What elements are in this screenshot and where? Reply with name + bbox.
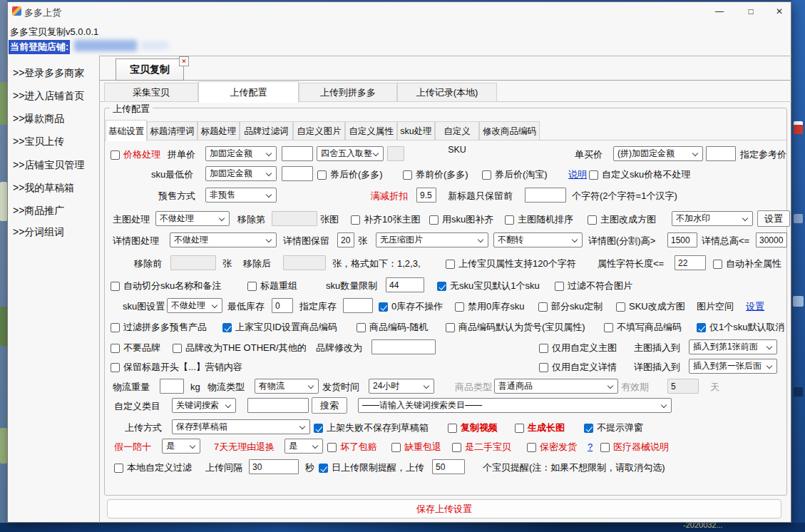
title-keep-input[interactable] <box>525 188 566 203</box>
checkbox-icon[interactable] <box>515 424 524 433</box>
checkbox-icon[interactable] <box>429 215 439 225</box>
medical-device-checkbox[interactable]: 医疗器械说明 <box>600 441 669 454</box>
title-recombine-checkbox[interactable]: 标题重组 <box>247 280 297 292</box>
attr-120-chars-checkbox[interactable]: 上传宝贝属性支持120个字符 <box>446 257 576 270</box>
keep-title-head-checkbox[interactable]: 保留标题开头【...】营销内容 <box>111 361 242 374</box>
daily-limit-checkbox[interactable]: 日上传限制提醒，上传 <box>319 461 424 474</box>
attr-length-input[interactable] <box>675 255 706 270</box>
category-keyword-input[interactable] <box>247 398 309 413</box>
weight-input[interactable] <box>160 379 184 394</box>
coupon-after-tb-checkbox[interactable]: 券后价(淘宝) <box>482 168 548 181</box>
logistics-type-select[interactable]: 有物流 <box>255 379 319 394</box>
doc-tab-close-icon[interactable]: ✕ <box>179 56 189 66</box>
sidebar-item-store-home[interactable]: >>进入店铺首页 <box>13 90 84 103</box>
category-result-select[interactable]: ——请输入关键词搜索类目—— <box>358 398 672 413</box>
subtab-title-process[interactable]: 标题处理 <box>198 121 240 140</box>
checkbox-icon[interactable] <box>314 424 323 433</box>
tab-collect[interactable]: 采集宝贝 <box>104 83 198 102</box>
fill-10-images-checkbox[interactable]: 补齐10张主图 <box>351 213 420 226</box>
seven-day-return-select[interactable]: 是 <box>284 439 323 454</box>
detail-keep-input[interactable] <box>337 232 354 247</box>
brand-modify-input[interactable] <box>371 339 436 354</box>
daily-limit-input[interactable] <box>432 459 465 474</box>
sidebar-item-upload[interactable]: >>宝贝上传 <box>13 135 64 148</box>
copy-video-checkbox[interactable]: 复制视频 <box>448 421 498 434</box>
custom-main-only-checkbox[interactable]: 仅用自定义主图 <box>539 342 617 354</box>
checkbox-icon[interactable] <box>539 344 548 353</box>
subtab-custom-attr[interactable]: 自定义属性 <box>345 121 397 140</box>
confidential-help-link[interactable]: ? <box>588 441 593 454</box>
checkbox-icon[interactable] <box>351 215 360 225</box>
subtab-basic[interactable]: 基础设置 <box>106 120 147 141</box>
coupon-before-pdd-checkbox[interactable]: 券前价(多多) <box>403 168 468 181</box>
sidebar-item-login[interactable]: >>登录多多商家 <box>13 67 84 80</box>
checkbox-icon[interactable] <box>173 344 182 353</box>
presale-mode-select[interactable]: 非预售 <box>205 188 277 203</box>
coupon-after-pdd-checkbox[interactable]: 券后价(多多) <box>317 168 383 181</box>
code-as-item-number-checkbox[interactable]: 商品编码默认为货号(宝贝属性) <box>446 321 585 334</box>
checkbox-icon[interactable] <box>317 170 327 180</box>
checkbox-icon[interactable] <box>114 464 123 473</box>
sidebar-item-hot-products[interactable]: >>爆款商品 <box>13 113 64 126</box>
custom-detail-only-checkbox[interactable]: 仅用自定义详情 <box>539 361 617 374</box>
detail-insert-select[interactable]: 插入到第一张后面 <box>689 359 777 374</box>
checkbox-icon[interactable] <box>111 323 120 332</box>
checkbox-icon[interactable] <box>379 302 388 312</box>
subtab-custom-image[interactable]: 自定义图片 <box>293 121 345 140</box>
confidential-shipping-checkbox[interactable]: 保密发货 <box>527 441 577 454</box>
generate-long-image-checkbox[interactable]: 生成长图 <box>515 421 565 434</box>
auto-split-sku-checkbox[interactable]: 自动切分sku名称和备注 <box>111 280 221 292</box>
detail-image-mode-select[interactable]: 不做处理 <box>170 232 277 247</box>
watermark-settings-button[interactable]: 设置 <box>757 210 790 227</box>
checkbox-icon[interactable] <box>505 215 514 225</box>
sidebar-item-manage[interactable]: >>店铺宝贝管理 <box>13 159 84 172</box>
single-sku-cancel-checkbox[interactable]: 仅1个sku默认取消 <box>697 321 784 334</box>
close-button[interactable]: ✕ <box>769 4 790 20</box>
checkbox-icon[interactable] <box>697 323 706 332</box>
checkbox-icon[interactable] <box>319 464 328 473</box>
main-insert-select[interactable]: 插入到第1张前面 <box>689 339 777 354</box>
no-popup-checkbox[interactable]: 不提示弹窗 <box>584 421 643 434</box>
checkbox-icon[interactable] <box>111 344 120 353</box>
split-height-input[interactable] <box>667 232 697 247</box>
no-code-checkbox[interactable]: 不填写商品编码 <box>604 321 682 334</box>
checkbox-icon[interactable] <box>713 260 722 269</box>
no-sku-default-checkbox[interactable]: 无sku宝贝默认1个sku <box>437 280 540 292</box>
sku-image-mode-select[interactable]: 不做处理 <box>167 298 222 313</box>
square-main-image-checkbox[interactable]: 主图改成方图 <box>588 213 656 226</box>
price-help-link[interactable]: 说明 <box>568 168 587 181</box>
subtab-brand-filter[interactable]: 品牌过滤词 <box>240 121 293 140</box>
category-search-button[interactable]: 搜索 <box>312 397 347 414</box>
sku-square-checkbox[interactable]: SKU改成方图 <box>616 300 685 313</box>
subtab-title-clean[interactable]: 标题清理词 <box>147 121 198 140</box>
price-process-checkbox[interactable]: 价格处理 <box>111 148 160 161</box>
sku-image-fill-checkbox[interactable]: 用sku图补齐 <box>429 213 493 226</box>
no-brand-checkbox[interactable]: 不要品牌 <box>111 342 160 354</box>
tab-upload-pdd[interactable]: 上传到拼多多 <box>299 83 397 102</box>
checkbox-icon[interactable] <box>357 323 366 332</box>
upload-way-select[interactable]: 保存到草稿箱 <box>172 419 310 434</box>
sidebar-item-promote[interactable]: >>商品推广 <box>13 205 64 218</box>
checkbox-icon[interactable] <box>222 323 232 332</box>
auto-complete-attr-checkbox[interactable]: 自动补全属性 <box>713 257 781 270</box>
checkbox-icon[interactable] <box>448 424 457 433</box>
checkbox-icon[interactable] <box>584 424 593 433</box>
pin-price-input[interactable] <box>282 146 313 161</box>
sku-min-input[interactable] <box>282 166 313 181</box>
missing-weight-refund-checkbox[interactable]: 缺重包退 <box>391 441 441 454</box>
shuffle-main-images-checkbox[interactable]: 主图随机排序 <box>505 213 573 226</box>
checkbox-icon[interactable] <box>437 282 446 291</box>
sidebar-item-drafts[interactable]: >>我的草稿箱 <box>13 182 74 195</box>
fake-compensation-select[interactable]: 是 <box>162 439 200 454</box>
total-height-input[interactable] <box>756 232 787 247</box>
checkbox-icon[interactable] <box>600 443 610 452</box>
discount-input[interactable] <box>416 188 436 203</box>
checkbox-icon[interactable] <box>446 323 455 332</box>
checkbox-icon[interactable] <box>111 150 120 160</box>
checkbox-icon[interactable] <box>111 363 120 372</box>
checkbox-icon[interactable] <box>539 363 548 372</box>
compress-mode-select[interactable]: 无压缩图片 <box>376 232 488 247</box>
checkbox-icon[interactable] <box>391 443 401 452</box>
image-space-settings-link[interactable]: 设置 <box>746 300 764 313</box>
checkbox-icon[interactable] <box>327 443 337 452</box>
